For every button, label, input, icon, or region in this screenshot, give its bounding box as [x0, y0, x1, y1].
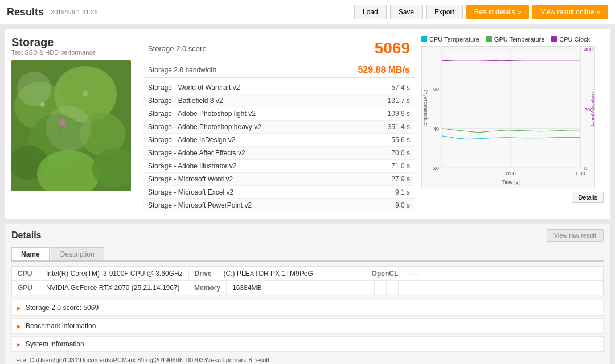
table-row: Storage - Microsoft Excel v29.1 s [144, 186, 415, 199]
legend-cpu-temp-dot [421, 36, 427, 42]
bench-name: Storage - Microsoft Word v2 [144, 173, 359, 186]
expandable-label-2: Benchmark information [26, 322, 96, 330]
chart-area: 60 40 20 4000 2000 0 0:30 1:00 Temperatu… [421, 46, 595, 188]
view-raw-button[interactable]: View raw result [547, 229, 604, 242]
bench-value: 109.9 s [359, 107, 415, 121]
storage-left: Storage Test SSD & HDD performance [11, 36, 137, 212]
bench-value: 55.6 s [359, 134, 415, 147]
table-row: Storage - Battlefield 3 v2131.7 s [144, 94, 415, 107]
svg-text:Temperature (A°C): Temperature (A°C) [423, 90, 428, 127]
storage-scores: Storage 2.0 score 5069 Storage 2.0 bandw… [144, 36, 415, 212]
expandable-label-1: Storage 2.0 score: 5069 [26, 304, 99, 312]
bench-name: Storage - World of Warcraft v2 [144, 81, 359, 94]
result-details-button[interactable]: Result details » [466, 5, 530, 19]
bench-name: Storage - Adobe Photoshop light v2 [144, 107, 359, 121]
chart-panel: CPU Temperature GPU Temperature CPU Cloc… [421, 36, 604, 212]
bench-name: Storage - Adobe After Effects v2 [144, 147, 359, 160]
svg-point-10 [40, 102, 45, 107]
table-row: Storage - World of Warcraft v257.4 s [144, 81, 415, 94]
header-buttons: Load Save Export Result details » View r… [354, 5, 608, 19]
gpu-value: NVIDIA GeForce RTX 2070 (25.21.14.1967) [40, 281, 188, 295]
legend-cpu-clock-label: CPU Clock [559, 36, 590, 43]
opencl-value: ---- [404, 267, 425, 280]
bench-name: Storage - Microsoft PowerPoint v2 [144, 199, 359, 212]
benchmark-table: Storage - World of Warcraft v257.4 sStor… [144, 81, 415, 212]
export-button[interactable]: Export [426, 5, 463, 19]
system-info-grid: CPU Intel(R) Core(TM) i3-9100F CPU @ 3.6… [11, 266, 604, 295]
table-row: Storage - Adobe Photoshop light v2109.9 … [144, 107, 415, 121]
svg-text:20: 20 [433, 166, 439, 171]
drive-value: (C:) PLEXTOR PX-1TM9PeG [218, 267, 366, 280]
bench-value: 9.0 s [359, 199, 415, 212]
empty-cell [375, 281, 387, 295]
bandwidth-row: Storage 2.0 bandwidth 529.88 MB/s [144, 63, 415, 78]
chart-legend: CPU Temperature GPU Temperature CPU Cloc… [421, 36, 604, 43]
expand-arrow-2: ▶ [17, 323, 21, 329]
svg-text:0:30: 0:30 [506, 171, 515, 176]
storage-title: Storage [11, 36, 137, 49]
bench-name: Storage - Microsoft Excel v2 [144, 186, 359, 199]
storage-image-svg [11, 60, 131, 191]
bench-name: Storage - Adobe InDesign v2 [144, 134, 359, 147]
results-title: Results [7, 6, 44, 18]
legend-cpu-temp: CPU Temperature [421, 36, 479, 43]
legend-cpu-temp-label: CPU Temperature [429, 36, 479, 43]
details-section: Details View raw result Name Description… [5, 224, 610, 364]
svg-text:4000: 4000 [584, 47, 594, 52]
bench-value: 351.4 s [359, 121, 415, 134]
memory-value: 16384MB [227, 281, 375, 295]
save-button[interactable]: Save [390, 5, 423, 19]
table-row: Storage - Microsoft PowerPoint v29.0 s [144, 199, 415, 212]
chart-svg: 60 40 20 4000 2000 0 0:30 1:00 Temperatu… [422, 47, 594, 188]
bandwidth-value: 529.88 MB/s [358, 65, 410, 75]
table-row: Storage - Adobe InDesign v255.6 s [144, 134, 415, 147]
table-row: Storage - Adobe Photoshop heavy v2351.4 … [144, 121, 415, 134]
file-path: File: C:\Users\glb1031\Documents\PCMark … [11, 354, 604, 364]
details-tabs: Name Description [11, 247, 604, 262]
svg-text:60: 60 [433, 86, 439, 92]
results-date: 2019/6/6 1:31:26 [51, 9, 98, 15]
details-header: Details View raw result [11, 229, 604, 242]
score-row: Storage 2.0 score 5069 [144, 36, 415, 61]
opencl-label: OpenCL [366, 267, 405, 280]
bench-value: 70.0 s [359, 147, 415, 160]
legend-gpu-temp-label: GPU Temperature [494, 36, 544, 43]
expandable-storage-score[interactable]: ▶ Storage 2.0 score: 5069 [11, 300, 604, 316]
svg-point-8 [59, 119, 66, 126]
svg-line-9 [57, 126, 63, 140]
legend-gpu-temp: GPU Temperature [486, 36, 544, 43]
empty-cell-2 [387, 281, 399, 295]
svg-text:Frequency [MHz]: Frequency [MHz] [591, 92, 594, 126]
tab-name[interactable]: Name [11, 247, 50, 260]
expand-arrow-3: ▶ [17, 341, 21, 348]
legend-cpu-clock-dot [551, 36, 557, 42]
bench-value: 71.0 s [359, 160, 415, 173]
score-label: Storage 2.0 score [148, 44, 207, 53]
view-online-button[interactable]: View result online » [532, 5, 608, 19]
gpu-label: GPU [12, 281, 40, 295]
legend-gpu-temp-dot [486, 36, 492, 42]
expandable-benchmark-info[interactable]: ▶ Benchmark information [11, 318, 604, 334]
table-row: Storage - Adobe Illustrator v271.0 s [144, 160, 415, 173]
svg-text:Time [s]: Time [s] [502, 179, 519, 185]
storage-subtitle: Test SSD & HDD performance [11, 49, 137, 56]
legend-cpu-clock: CPU Clock [551, 36, 590, 43]
expand-arrow-1: ▶ [17, 305, 21, 311]
storage-image [11, 60, 131, 191]
score-value: 5069 [375, 39, 410, 57]
svg-text:40: 40 [433, 126, 439, 132]
memory-label: Memory [188, 281, 227, 295]
tab-description[interactable]: Description [51, 247, 104, 260]
bench-name: Storage - Battlefield 3 v2 [144, 94, 359, 107]
header: Results 2019/6/6 1:31:26 Load Save Expor… [0, 0, 615, 24]
main-panel: Storage Test SSD & HDD performance S [5, 29, 610, 219]
bandwidth-label: Storage 2.0 bandwidth [148, 66, 216, 74]
load-button[interactable]: Load [354, 5, 387, 19]
expandable-label-3: System information [26, 340, 84, 348]
bench-value: 9.1 s [359, 186, 415, 199]
bench-value: 57.4 s [359, 81, 415, 94]
cpu-value: Intel(R) Core(TM) i3-9100F CPU @ 3.60GHz [40, 267, 189, 280]
expandable-system-info[interactable]: ▶ System information [11, 336, 604, 352]
chart-details-button[interactable]: Details [572, 192, 604, 203]
bench-value: 131.7 s [359, 94, 415, 107]
